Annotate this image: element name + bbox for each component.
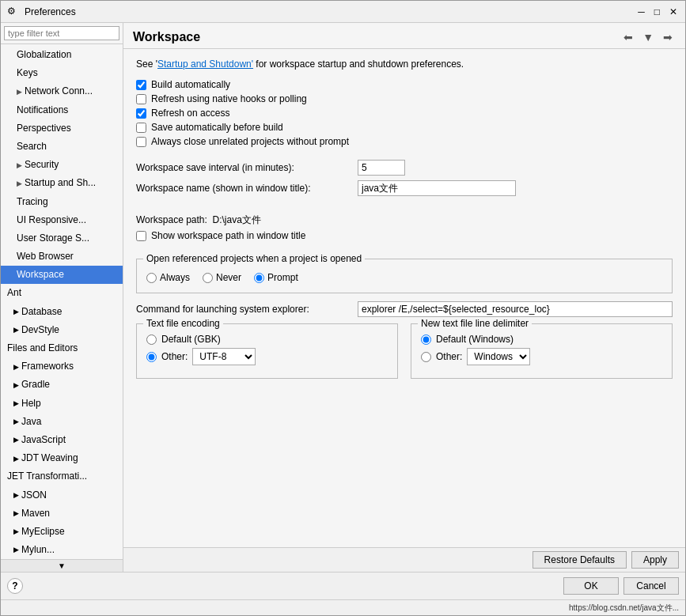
radio-default-gbk[interactable] xyxy=(146,334,157,345)
checkbox-save-before-build[interactable] xyxy=(136,123,146,133)
sidebar-item-database[interactable]: ▶Database xyxy=(1,303,123,321)
radio-option-never[interactable]: Never xyxy=(203,272,241,283)
sidebar-item-label: DevStyle xyxy=(21,323,59,338)
back-button[interactable]: ⬅ xyxy=(620,29,636,45)
apply-button[interactable]: Apply xyxy=(631,551,679,569)
command-row: Command for launching system explorer: xyxy=(136,301,673,317)
sidebar-item-label: User Storage S... xyxy=(17,231,89,246)
checkbox-label-refresh-native[interactable]: Refresh using native hooks or polling xyxy=(151,93,307,104)
content-header: Workspace ⬅ ▼ ➡ xyxy=(123,23,685,49)
sidebar-item-notifications[interactable]: Notifications xyxy=(1,101,123,119)
encoding-label-other-utf8[interactable]: Other: xyxy=(161,351,188,362)
open-projects-title: Open referenced projects when a project … xyxy=(143,253,365,264)
encoding-box-title: Text file encoding xyxy=(143,318,223,329)
sidebar-item-network-conn[interactable]: ▶Network Conn... xyxy=(1,82,123,100)
sidebar-item-label: Workspace xyxy=(17,267,64,282)
radio-other-delimiter[interactable] xyxy=(421,352,431,362)
sidebar-item-startup-and-sh[interactable]: ▶Startup and Sh... xyxy=(1,174,123,192)
sidebar-item-gradle[interactable]: ▶Gradle xyxy=(1,376,123,394)
radio-never[interactable] xyxy=(203,273,213,283)
workspace-path-row: Workspace path: D:\java文件 xyxy=(136,214,673,227)
sidebar-item-devstyle[interactable]: ▶DevStyle xyxy=(1,321,123,339)
sidebar-list: GlobalizationKeys▶Network Conn...Notific… xyxy=(1,44,123,559)
sidebar-item-jet-transformati[interactable]: JET Transformati... xyxy=(1,467,123,486)
radio-prompt[interactable] xyxy=(254,273,264,283)
sidebar-item-javascript[interactable]: ▶JavaScript xyxy=(1,431,123,449)
expand-icon: ▶ xyxy=(17,86,22,97)
sidebar-scroll-down-button[interactable]: ▼ xyxy=(1,559,123,572)
encoding-label-default-gbk[interactable]: Default (GBK) xyxy=(161,334,221,345)
sidebar-item-label: Keys xyxy=(17,66,38,81)
sidebar-item-globalization[interactable]: Globalization xyxy=(1,46,123,64)
radio-other-utf8[interactable] xyxy=(146,352,157,362)
checkbox-refresh-native[interactable] xyxy=(136,94,146,104)
radio-option-always[interactable]: Always xyxy=(146,272,190,283)
checkbox-build-auto[interactable] xyxy=(136,80,146,90)
sidebar-item-label: Network Conn... xyxy=(25,84,93,99)
sidebar-item-label: Notifications xyxy=(17,103,68,118)
restore-button[interactable]: □ xyxy=(653,6,661,17)
sidebar-item-java[interactable]: ▶Java xyxy=(1,413,123,431)
sidebar-item-frameworks[interactable]: ▶Frameworks xyxy=(1,357,123,376)
encoding-select-other-utf8[interactable]: UTF-8 xyxy=(192,348,256,365)
close-button[interactable]: ✕ xyxy=(668,6,679,17)
sidebar-item-myeclipse[interactable]: ▶MyEclipse xyxy=(1,523,123,541)
sidebar-item-ant[interactable]: Ant xyxy=(1,284,123,302)
line-delimiter-box: New text file line delimiter Default (Wi… xyxy=(411,323,673,379)
checkbox-label-close-unrelated[interactable]: Always close unrelated projects without … xyxy=(151,136,349,147)
sidebar-item-label: JDT Weaving xyxy=(21,451,78,466)
forward-button[interactable]: ➡ xyxy=(660,29,676,45)
sidebar-item-files-and-editors[interactable]: Files and Editors xyxy=(1,339,123,357)
delimiter-label-other-delimiter[interactable]: Other: xyxy=(436,351,462,362)
checkbox-close-unrelated[interactable] xyxy=(136,137,146,147)
sidebar-item-label: Maven xyxy=(21,506,50,521)
sidebar-item-mylun[interactable]: ▶Mylun... xyxy=(1,541,123,559)
sidebar-item-keys[interactable]: Keys xyxy=(1,64,123,82)
content-panel: Workspace ⬅ ▼ ➡ See 'Startup and Shutdow… xyxy=(123,23,685,572)
sidebar-item-label: Startup and Sh... xyxy=(25,176,96,191)
dropdown-button[interactable]: ▼ xyxy=(639,29,657,45)
sidebar-item-tracing[interactable]: Tracing xyxy=(1,193,123,211)
radio-default-windows[interactable] xyxy=(421,334,431,345)
sidebar-item-user-storage[interactable]: User Storage S... xyxy=(1,229,123,248)
sidebar-item-label: JSON xyxy=(21,488,47,503)
radio-option-prompt[interactable]: Prompt xyxy=(254,272,298,283)
command-input[interactable] xyxy=(358,301,673,317)
sidebar-item-web-browser[interactable]: Web Browser xyxy=(1,248,123,266)
radio-label-never: Never xyxy=(216,272,241,283)
sidebar-item-help[interactable]: ▶Help xyxy=(1,395,123,413)
sidebar-item-json[interactable]: ▶JSON xyxy=(1,486,123,505)
checkbox-label-build-auto[interactable]: Build automatically xyxy=(151,79,230,90)
checkbox-label-save-before-build[interactable]: Save automatically before build xyxy=(151,122,283,133)
show-path-row: Show workspace path in window title xyxy=(136,230,673,241)
checkbox-refresh-access[interactable] xyxy=(136,108,146,119)
cancel-button[interactable]: Cancel xyxy=(623,577,679,595)
workspace-name-input[interactable] xyxy=(358,180,516,196)
window-icon: ⚙ xyxy=(7,6,20,18)
save-interval-input[interactable] xyxy=(358,160,405,176)
delimiter-label-default-windows[interactable]: Default (Windows) xyxy=(436,334,514,345)
sidebar-item-jdt-weaving[interactable]: ▶JDT Weaving xyxy=(1,449,123,467)
sidebar-item-search[interactable]: Search xyxy=(1,138,123,156)
startup-shutdown-link[interactable]: Startup and Shutdown' xyxy=(157,59,253,70)
sidebar-item-perspectives[interactable]: Perspectives xyxy=(1,119,123,138)
sidebar-item-security[interactable]: ▶Security xyxy=(1,156,123,174)
show-path-label[interactable]: Show workspace path in window title xyxy=(151,230,305,241)
line-delimiter-title: New text file line delimiter xyxy=(418,318,532,329)
filter-input[interactable] xyxy=(4,26,119,40)
checkbox-label-refresh-access[interactable]: Refresh on access xyxy=(151,108,229,119)
ok-button[interactable]: OK xyxy=(563,577,619,595)
minimize-button[interactable]: ─ xyxy=(636,6,646,17)
sidebar-item-maven[interactable]: ▶Maven xyxy=(1,505,123,523)
sidebar-item-workspace[interactable]: Workspace xyxy=(1,266,123,284)
sidebar-item-ui-responsive[interactable]: UI Responsive... xyxy=(1,211,123,229)
radio-always[interactable] xyxy=(146,273,157,283)
checkbox-row-build-auto: Build automatically xyxy=(136,79,673,90)
delimiter-select-other-delimiter[interactable]: Windows xyxy=(467,348,530,365)
help-button[interactable]: ? xyxy=(7,578,23,594)
sidebar-item-label: MyEclipse xyxy=(21,524,65,539)
show-path-checkbox[interactable] xyxy=(136,231,146,241)
sidebar-item-label: Frameworks xyxy=(21,359,74,374)
restore-defaults-button[interactable]: Restore Defaults xyxy=(533,551,627,569)
sidebar-item-label: Search xyxy=(17,139,47,154)
